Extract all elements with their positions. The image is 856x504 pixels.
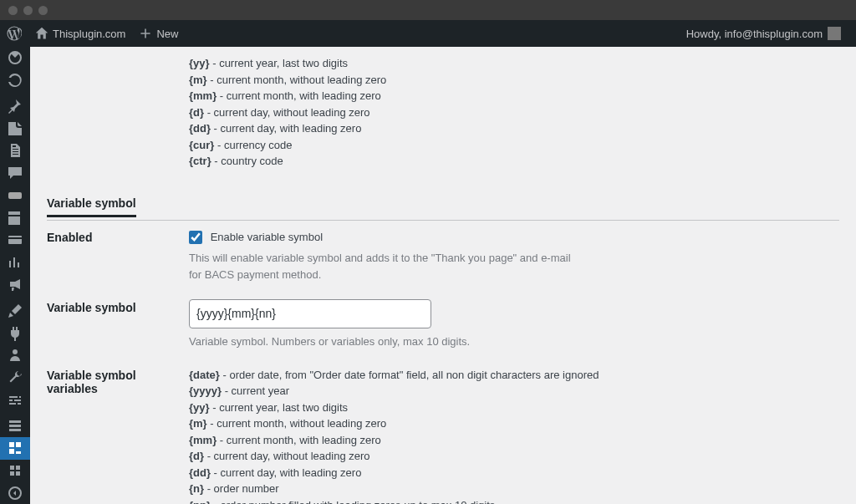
variable-symbol-input[interactable]: [189, 299, 431, 328]
site-name-label: Thisplugin.com: [53, 28, 125, 40]
howdy-prefix: Howdy,: [686, 28, 725, 40]
menu-tools[interactable]: [0, 367, 30, 389]
update-icon: [7, 72, 23, 89]
svg-rect-0: [8, 192, 22, 199]
admin-bar: Thisplugin.com New Howdy, info@thisplugi…: [0, 20, 856, 47]
menu-payments[interactable]: [0, 229, 30, 252]
variable-tag: {dd}: [189, 122, 211, 135]
variable-tag: {cur}: [189, 139, 214, 151]
menu-products[interactable]: [0, 206, 30, 229]
menu-plugins[interactable]: [0, 322, 30, 344]
variable-entry: {mm} - current month, with leading zero: [189, 88, 831, 104]
enable-variable-symbol-checkbox[interactable]: [189, 231, 202, 244]
products-icon: [7, 210, 23, 227]
variable-tag: {yyyy}: [189, 384, 222, 397]
order-date-vars-continued: {yy} - current year, last two digits{m} …: [189, 47, 839, 178]
variable-tag: {m}: [189, 417, 207, 430]
menu-users[interactable]: [0, 344, 30, 367]
plug-icon: [7, 324, 23, 341]
menu-media[interactable]: [0, 117, 30, 140]
analytics-icon: [7, 254, 23, 271]
window-minimize-dot[interactable]: [23, 6, 33, 15]
brush-icon: [7, 303, 23, 319]
section-heading-variable-symbol: Variable symbol: [47, 183, 839, 221]
variable-symbol-label: Variable symbol: [47, 291, 189, 359]
grid-icon: [7, 462, 23, 479]
menu-item-generic-1[interactable]: [0, 415, 30, 437]
variable-tag: {n}: [189, 482, 204, 495]
variable-tag: {yy}: [189, 57, 210, 69]
menu-item-generic-2[interactable]: [0, 460, 30, 482]
variable-tag: {date}: [189, 369, 220, 381]
enabled-description: This will enable variable symbol and add…: [189, 250, 573, 283]
menu-analytics[interactable]: [0, 252, 30, 274]
variable-tag: {yy}: [189, 401, 210, 414]
variable-entry: {dd} - current day, with leading zero: [189, 120, 831, 137]
new-content-menu[interactable]: New: [132, 20, 185, 47]
variable-tag: {mm}: [189, 89, 217, 102]
enable-variable-symbol-text: Enable variable symbol: [211, 231, 323, 243]
variable-symbol-description: Variable symbol. Numbers or variables on…: [189, 333, 573, 350]
svg-rect-1: [8, 236, 22, 244]
variable-tag: {ctr}: [189, 155, 211, 167]
site-name-menu[interactable]: Thisplugin.com: [28, 20, 132, 47]
variable-tag: {nn}: [189, 499, 211, 504]
menu-posts[interactable]: [0, 94, 30, 117]
menu-updates[interactable]: [0, 69, 30, 92]
variable-symbol-variables-list: {date} - order date, from "Order date fo…: [189, 359, 839, 504]
menu-comments[interactable]: [0, 162, 30, 185]
new-label: New: [156, 28, 178, 40]
menu-collapse[interactable]: [0, 481, 30, 504]
variable-entry: {n} - order number: [189, 481, 831, 497]
wrench-icon: [7, 369, 23, 386]
variable-entry: {d} - current day, without leading zero: [189, 448, 831, 465]
variable-entry: {m} - current month, without leading zer…: [189, 415, 831, 432]
variable-entry: {d} - current day, without leading zero: [189, 104, 831, 121]
admin-sidebar: [0, 47, 30, 504]
home-icon: [35, 27, 48, 40]
window-titlebar: [0, 0, 856, 20]
pages-icon: [7, 142, 23, 159]
variable-entry: {yyyy} - current year: [189, 383, 831, 400]
stack-icon: [7, 417, 23, 434]
menu-item-thisplugin[interactable]: [0, 437, 30, 460]
window-maximize-dot[interactable]: [38, 6, 48, 15]
content-body: {yy} - current year, last two digits{m} …: [30, 47, 856, 504]
variable-entry: {nn} - order number filled with leading …: [189, 497, 831, 504]
wp-logo-menu[interactable]: [0, 20, 28, 47]
variable-tag: {d}: [189, 450, 204, 462]
menu-pages[interactable]: [0, 140, 30, 162]
variable-entry: {dd} - current day, with leading zero: [189, 465, 831, 481]
vs-vars-label: Variable symbol variables: [47, 359, 189, 504]
collapse-icon: [7, 485, 23, 501]
howdy-account-menu[interactable]: Howdy, info@thisplugin.com: [680, 20, 848, 47]
menu-marketing[interactable]: [0, 274, 30, 297]
pin-icon: [7, 98, 23, 115]
variable-tag: {d}: [189, 106, 204, 119]
menu-woocommerce[interactable]: [0, 185, 30, 207]
variable-tag: {mm}: [189, 434, 217, 446]
comments-icon: [7, 165, 23, 181]
variable-entry: {mm} - current month, with leading zero: [189, 432, 831, 449]
variable-entry: {ctr} - country code: [189, 153, 831, 170]
users-icon: [7, 347, 23, 364]
dashboard-icon: [7, 49, 23, 66]
enabled-label: Enabled: [47, 221, 189, 292]
variable-tag: {m}: [189, 74, 207, 86]
toolkit-icon: [7, 440, 23, 456]
svg-rect-2: [8, 237, 22, 239]
menu-settings[interactable]: [0, 389, 30, 411]
woo-icon: [7, 187, 23, 204]
sliders-icon: [7, 392, 23, 409]
media-icon: [7, 120, 23, 137]
howdy-user: info@thisplugin.com: [725, 28, 823, 40]
variable-entry: {m} - current month, without leading zer…: [189, 72, 831, 89]
menu-dashboard[interactable]: [0, 47, 30, 69]
window-close-dot[interactable]: [8, 6, 18, 15]
menu-appearance[interactable]: [0, 299, 30, 322]
wordpress-icon: [7, 26, 22, 41]
card-icon: [7, 232, 23, 248]
enable-variable-symbol-label[interactable]: Enable variable symbol: [189, 229, 323, 246]
variable-entry: {date} - order date, from "Order date fo…: [189, 367, 831, 384]
plus-icon: [139, 27, 152, 40]
